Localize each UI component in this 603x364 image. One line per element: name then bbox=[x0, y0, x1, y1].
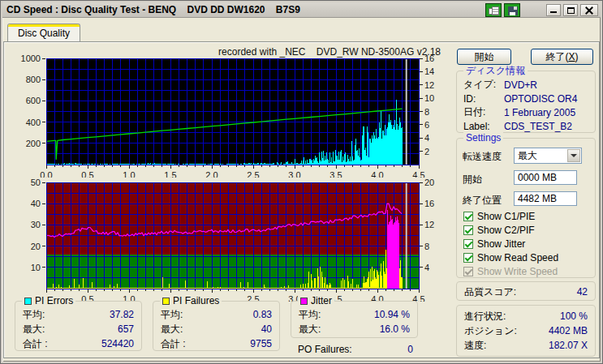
svg-text:1.0: 1.0 bbox=[123, 170, 135, 178]
svg-text:20: 20 bbox=[424, 178, 434, 187]
disc-info-box: ディスク情報 タイプ:DVD+R ID:OPTODISC OR4 日付:1 Fe… bbox=[456, 71, 596, 133]
position-label: ポジション: bbox=[464, 324, 517, 338]
progress-box: 進行状況:100 % ポジション:4402 MB 速度:182.07 X bbox=[456, 305, 596, 357]
svg-text:8: 8 bbox=[424, 242, 429, 251]
pi-errors-swatch bbox=[24, 298, 32, 305]
total-label: 合計 : bbox=[161, 337, 186, 351]
svg-text:0.5: 0.5 bbox=[81, 170, 93, 178]
pi-failures-avg: 0.83 bbox=[253, 309, 272, 320]
speed-value: 182.07 X bbox=[549, 340, 588, 351]
svg-text:20: 20 bbox=[31, 242, 41, 251]
svg-text:400: 400 bbox=[26, 118, 41, 127]
transfer-speed-select[interactable]: 最大 bbox=[514, 148, 582, 164]
save-icon[interactable] bbox=[504, 3, 520, 17]
pi-failures-total: 9755 bbox=[250, 338, 272, 349]
close-button[interactable] bbox=[580, 4, 598, 16]
pi-failures-swatch bbox=[162, 298, 170, 305]
svg-text:4: 4 bbox=[424, 263, 429, 272]
checkbox-show-c2-pif[interactable]: Show C2/PIF bbox=[463, 225, 535, 236]
title-bar[interactable]: CD Speed : Disc Quality Test - BENQ DVD … bbox=[2, 2, 601, 18]
pi-errors-max: 657 bbox=[118, 323, 134, 335]
pi-failures-max: 40 bbox=[261, 323, 272, 335]
svg-text:16: 16 bbox=[424, 54, 434, 63]
checkbox-checked-disabled-icon bbox=[463, 267, 473, 276]
po-failures-row: PO Failures: 0 bbox=[295, 342, 416, 357]
tab-disc-quality[interactable]: Disc Quality bbox=[7, 24, 80, 42]
screenshot-icon[interactable] bbox=[485, 3, 502, 17]
checkbox-checked-icon bbox=[463, 253, 473, 263]
start-pos-label: 開始 bbox=[463, 173, 482, 186]
restore-button[interactable] bbox=[563, 4, 578, 16]
svg-text:10: 10 bbox=[31, 263, 41, 272]
progress-label: 進行状況: bbox=[464, 310, 506, 323]
avg-label: 平均: bbox=[299, 308, 321, 322]
avg-label: 平均: bbox=[161, 308, 183, 322]
svg-text:1000: 1000 bbox=[21, 54, 41, 63]
start-pos-field[interactable]: 0000 MB bbox=[514, 170, 577, 185]
svg-text:50: 50 bbox=[31, 178, 41, 187]
disc-info-title: ディスク情報 bbox=[463, 65, 528, 76]
po-failures-value: 0 bbox=[407, 344, 413, 355]
quality-score-box: 品質スコア:42 bbox=[456, 281, 596, 301]
disc-type-value: DVD+R bbox=[504, 79, 537, 91]
max-label: 最大: bbox=[299, 323, 321, 336]
disc-date-label: 日付: bbox=[463, 105, 504, 119]
svg-text:6: 6 bbox=[424, 120, 429, 130]
jitter-legend-box: Jitter 平均:10.94 % 最大:16.0 % bbox=[291, 301, 418, 338]
svg-text:800: 800 bbox=[26, 75, 41, 84]
svg-text:16: 16 bbox=[424, 199, 434, 208]
disc-label-label: Label: bbox=[463, 121, 504, 132]
svg-text:40: 40 bbox=[31, 199, 41, 208]
checkbox-show-jitter[interactable]: Show Jitter bbox=[463, 238, 525, 250]
svg-text:8: 8 bbox=[424, 107, 429, 117]
checkbox-show-read-speed[interactable]: Show Read Speed bbox=[463, 252, 558, 263]
svg-text:2.5: 2.5 bbox=[247, 170, 259, 178]
chevron-down-icon bbox=[571, 154, 577, 157]
pi-errors-legend-box: PI Errors 平均:37.82 最大:657 合計 :524420 bbox=[15, 301, 142, 351]
settings-box: Settings 転送速度 最大 開始 0000 MB 終了位置 4482 MB… bbox=[456, 138, 596, 278]
checkbox-show-write-speed: Show Write Speed bbox=[463, 266, 558, 277]
disc-label-value: CDS_TEST_B2 bbox=[504, 121, 572, 132]
disc-date-value: 1 February 2005 bbox=[504, 107, 575, 118]
svg-text:12: 12 bbox=[424, 220, 434, 229]
pi-errors-chart: 10008006004002001614121086420.00.51.01.5… bbox=[16, 54, 454, 178]
restore-icon bbox=[567, 7, 575, 14]
checkbox-checked-icon bbox=[463, 239, 473, 249]
minimize-button[interactable] bbox=[546, 4, 561, 16]
pi-failures-jitter-chart: 5040302010201612840.00.51.01.52.02.53.03… bbox=[16, 178, 454, 302]
end-pos-label: 終了位置 bbox=[463, 194, 502, 208]
jitter-avg: 10.94 % bbox=[374, 309, 410, 320]
svg-text:4: 4 bbox=[424, 133, 429, 143]
svg-text:10: 10 bbox=[424, 93, 434, 103]
close-icon bbox=[584, 6, 594, 15]
svg-text:30: 30 bbox=[31, 220, 41, 229]
pi-errors-total: 524420 bbox=[101, 338, 134, 349]
svg-text:14: 14 bbox=[424, 66, 434, 76]
end-pos-field[interactable]: 4482 MB bbox=[514, 191, 577, 206]
speed-label: 速度: bbox=[464, 339, 486, 353]
checkbox-show-c1-pie[interactable]: Show C1/PIE bbox=[463, 211, 535, 222]
svg-text:4.5: 4.5 bbox=[412, 170, 424, 178]
svg-text:200: 200 bbox=[26, 139, 41, 148]
jitter-max: 16.0 % bbox=[380, 323, 410, 335]
max-label: 最大: bbox=[161, 323, 183, 336]
svg-text:0.0: 0.0 bbox=[40, 170, 52, 178]
start-button[interactable]: 開始 bbox=[457, 49, 511, 65]
jitter-swatch bbox=[300, 298, 308, 305]
svg-text:12: 12 bbox=[424, 80, 434, 90]
minimize-icon bbox=[550, 11, 557, 13]
disc-id-value: OPTODISC OR4 bbox=[504, 93, 577, 105]
disc-type-label: タイプ: bbox=[463, 78, 504, 92]
app-window: CD Speed : Disc Quality Test - BENQ DVD … bbox=[0, 0, 603, 364]
checkbox-checked-icon bbox=[463, 225, 473, 235]
pi-failures-legend-title: PI Failures bbox=[160, 295, 222, 306]
quality-score-value: 42 bbox=[577, 286, 588, 298]
quality-score-label: 品質スコア: bbox=[464, 285, 516, 299]
jitter-legend-title: Jitter bbox=[298, 295, 334, 306]
combo-dropdown-button[interactable] bbox=[567, 149, 580, 162]
tab-label: Disc Quality bbox=[18, 28, 70, 39]
exit-button[interactable]: 終了(X) bbox=[531, 49, 593, 65]
window-title: CD Speed : Disc Quality Test - BENQ DVD … bbox=[2, 4, 300, 15]
pi-errors-avg: 37.82 bbox=[110, 309, 134, 320]
svg-text:2: 2 bbox=[424, 147, 429, 156]
